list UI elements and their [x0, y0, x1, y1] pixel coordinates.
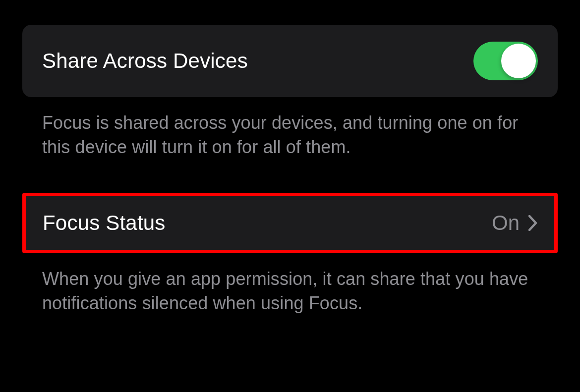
chevron-right-icon	[528, 215, 537, 231]
share-across-devices-label: Share Across Devices	[42, 49, 248, 73]
highlight-annotation: Focus Status On	[22, 193, 558, 253]
focus-status-label: Focus Status	[43, 211, 166, 235]
share-across-devices-toggle[interactable]	[473, 42, 538, 80]
focus-status-row[interactable]: Focus Status On	[26, 196, 554, 250]
share-across-devices-footer: Focus is shared across your devices, and…	[22, 97, 558, 159]
focus-status-footer: When you give an app permission, it can …	[22, 253, 558, 315]
focus-status-value: On	[492, 211, 520, 235]
focus-status-right: On	[492, 211, 537, 235]
share-across-devices-row[interactable]: Share Across Devices	[22, 25, 558, 97]
toggle-knob	[501, 44, 536, 78]
